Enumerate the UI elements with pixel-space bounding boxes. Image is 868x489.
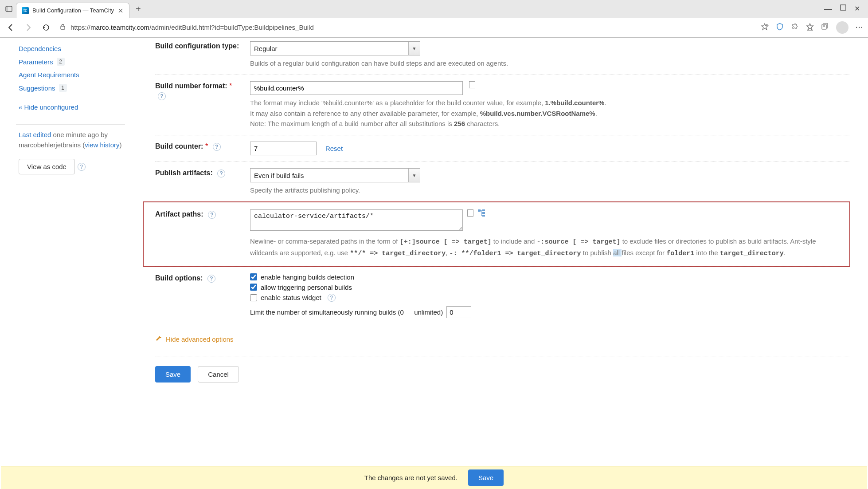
artifact-paths-input[interactable]: calculator-service/artifacts/*	[250, 209, 463, 231]
chevron-down-icon: ▼	[408, 42, 420, 55]
build-number-format-hint: The format may include '%build.counter%'…	[250, 98, 850, 129]
parameters-count: 2	[57, 58, 65, 66]
reset-counter-link[interactable]: Reset	[325, 145, 343, 152]
limit-builds-row: Limit the number of simultaneously runni…	[250, 306, 850, 318]
view-history-link[interactable]: view history	[85, 141, 119, 149]
svg-rect-9	[482, 215, 485, 217]
url-domain: marco.teamcity.com	[90, 24, 149, 31]
section-build-number-format: Build number format: * ? The format may …	[155, 75, 850, 135]
sidebar-item-agent-requirements[interactable]: Agent Requirements	[19, 68, 125, 81]
more-icon[interactable]: ···	[856, 24, 864, 31]
tree-icon[interactable]	[478, 209, 486, 218]
chevron-down-icon: ▼	[408, 169, 420, 182]
personal-builds-checkbox[interactable]: allow triggering personal builds	[250, 284, 850, 291]
section-config-type: Build configuration type: Regular ▼ Buil…	[155, 38, 850, 75]
svg-rect-8	[482, 212, 485, 214]
shield-icon[interactable]	[776, 23, 784, 32]
url-scheme: https://	[70, 24, 90, 31]
limit-builds-input[interactable]	[446, 306, 471, 318]
build-counter-label: Build counter: * ?	[155, 142, 241, 151]
help-icon[interactable]: ?	[208, 211, 216, 219]
lock-icon	[59, 24, 66, 32]
help-icon[interactable]: ?	[217, 170, 225, 177]
tab-actions-icon[interactable]	[4, 4, 14, 14]
close-icon[interactable]	[117, 8, 124, 14]
browser-toolbar: https://marco.teamcity.com/admin/editBui…	[0, 18, 868, 37]
extensions-icon[interactable]	[791, 23, 799, 32]
svg-rect-1	[6, 6, 8, 12]
sidebar-item-dependencies[interactable]: Dependencies	[19, 42, 125, 55]
help-icon[interactable]: ?	[213, 143, 221, 151]
forward-button[interactable]	[22, 21, 35, 34]
build-number-format-input[interactable]	[250, 81, 463, 95]
publish-artifacts-label: Publish artifacts: ?	[155, 168, 241, 178]
collections-icon[interactable]	[821, 23, 829, 32]
last-edited-link[interactable]: Last edited	[19, 131, 51, 138]
sidebar-item-parameters[interactable]: Parameters2	[19, 55, 125, 68]
section-build-options: Build options: ? enable hanging builds d…	[155, 267, 850, 324]
save-button[interactable]: Save	[155, 366, 191, 383]
suggestions-count: 1	[59, 84, 67, 92]
cancel-button[interactable]: Cancel	[198, 366, 239, 383]
svg-rect-7	[482, 209, 485, 211]
svg-rect-3	[61, 26, 65, 29]
profile-avatar[interactable]	[836, 21, 848, 34]
bookmark-icon[interactable]	[761, 23, 769, 32]
last-edited-info: Last edited one minute ago by marcobehle…	[19, 130, 125, 150]
help-icon[interactable]: ?	[328, 294, 336, 302]
minimize-icon[interactable]: —	[824, 4, 832, 14]
form-buttons: Save Cancel	[155, 356, 850, 383]
address-bar[interactable]: https://marco.teamcity.com/admin/editBui…	[58, 24, 755, 32]
reload-button[interactable]	[40, 21, 52, 34]
close-window-icon[interactable]: ✕	[854, 4, 860, 14]
config-type-select[interactable]: Regular ▼	[250, 41, 420, 55]
help-icon[interactable]: ?	[158, 92, 166, 100]
teamcity-favicon: tc	[22, 7, 29, 14]
maximize-icon[interactable]	[840, 4, 846, 14]
hide-advanced-options-link[interactable]: Hide advanced options	[155, 335, 234, 343]
back-button[interactable]	[4, 21, 17, 34]
config-type-label: Build configuration type:	[155, 41, 241, 51]
url-path: /admin/editBuild.html?id=buildType:Build…	[149, 24, 314, 31]
sidebar-divider	[16, 124, 125, 125]
build-options-label: Build options: ?	[155, 273, 241, 283]
build-counter-input[interactable]	[250, 142, 317, 155]
artifact-paths-label: Artifact paths: ?	[155, 209, 241, 219]
svg-rect-2	[841, 5, 846, 10]
hide-unconfigured-link[interactable]: « Hide unconfigured	[19, 101, 125, 114]
artifact-paths-highlighted-section: Artifact paths: ? calculator-service/art…	[143, 201, 850, 267]
page-icon[interactable]	[467, 209, 473, 217]
sidebar: Dependencies Parameters2 Agent Requireme…	[0, 38, 133, 465]
main-form: Build configuration type: Regular ▼ Buil…	[133, 38, 868, 465]
section-publish-artifacts: Publish artifacts: ? Even if build fails…	[155, 162, 850, 201]
publish-artifacts-hint: Specify the artifacts publishing policy.	[250, 185, 850, 195]
page-icon[interactable]	[469, 81, 475, 88]
build-number-format-label: Build number format: * ?	[155, 81, 241, 101]
window-controls: — ✕	[824, 4, 864, 14]
tab-bar: tc Build Configuration — TeamCity + — ✕	[0, 0, 868, 18]
hanging-builds-checkbox[interactable]: enable hanging builds detection	[250, 273, 850, 281]
help-icon[interactable]: ?	[207, 275, 215, 283]
help-icon[interactable]: ?	[78, 163, 86, 171]
sidebar-item-suggestions[interactable]: Suggestions1	[19, 81, 125, 95]
config-type-hint: Builds of a regular build configuration …	[250, 58, 850, 68]
browser-chrome: tc Build Configuration — TeamCity + — ✕	[0, 0, 868, 38]
svg-rect-6	[478, 209, 481, 212]
favorites-icon[interactable]	[806, 23, 814, 32]
tab-title: Build Configuration — TeamCity	[32, 7, 114, 14]
wrench-icon	[155, 335, 162, 343]
browser-tab[interactable]: tc Build Configuration — TeamCity	[16, 3, 129, 18]
view-as-code-button[interactable]: View as code	[19, 159, 75, 174]
new-tab-button[interactable]: +	[131, 2, 145, 16]
page-content: Dependencies Parameters2 Agent Requireme…	[0, 38, 868, 465]
toolbar-actions: ···	[761, 21, 864, 34]
publish-artifacts-select[interactable]: Even if build fails ▼	[250, 168, 420, 182]
status-widget-checkbox[interactable]: enable status widget ?	[250, 294, 850, 302]
section-build-counter: Build counter: * ? Reset	[155, 135, 850, 162]
url-text: https://marco.teamcity.com/admin/editBui…	[70, 24, 314, 31]
artifact-paths-hint: Newline- or comma-separated paths in the…	[250, 236, 844, 259]
